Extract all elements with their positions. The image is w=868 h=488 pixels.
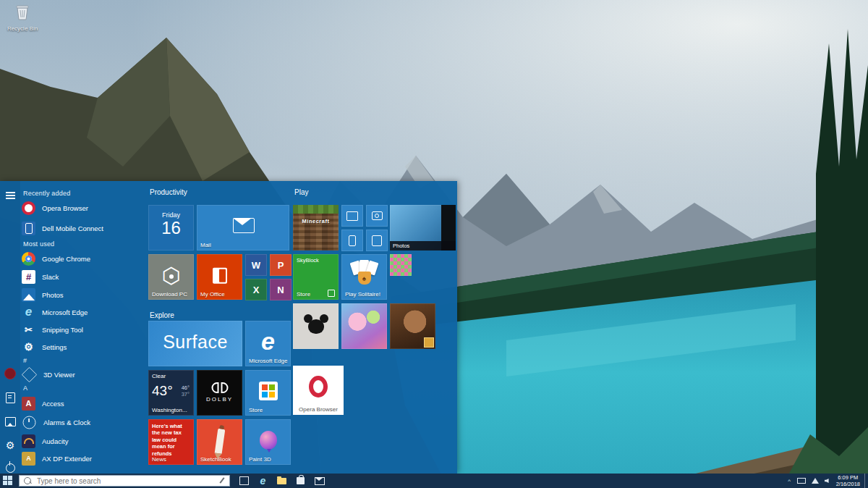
recycle-bin[interactable]: Recycle Bin xyxy=(6,4,39,32)
tile-game-fantasy[interactable] xyxy=(390,303,435,349)
section-recently-added: Recently added xyxy=(23,190,70,197)
group-title-explore[interactable]: Explore xyxy=(150,311,174,319)
system-tray: ^ 6:09 PM 2/16/2018 xyxy=(785,474,868,488)
taskbar-search[interactable] xyxy=(19,475,230,487)
power-icon xyxy=(6,463,15,473)
tile-surface[interactable]: Surface xyxy=(148,321,242,366)
app-item-3d-viewer[interactable]: 3D Viewer xyxy=(22,366,141,382)
tray-clock[interactable]: 6:09 PM 2/16/2018 xyxy=(832,474,864,488)
tile-onenote[interactable]: N xyxy=(270,279,292,300)
app-item-google-chrome[interactable]: Google Chrome xyxy=(22,251,141,266)
spade-glyph: ♠ xyxy=(362,274,366,282)
app-label: Photos xyxy=(42,291,64,299)
app-item-access[interactable]: A Access xyxy=(22,395,141,411)
hamburger-icon xyxy=(6,195,15,196)
pictures-button[interactable] xyxy=(0,411,20,432)
app-item-microsoft-edge[interactable]: e Microsoft Edge xyxy=(22,304,141,320)
store-icon xyxy=(259,382,278,400)
photos-icon xyxy=(22,288,35,302)
clock-icon xyxy=(23,416,36,429)
search-input[interactable] xyxy=(35,476,218,486)
tile-my-office[interactable]: My Office xyxy=(197,254,242,300)
wifi-icon[interactable] xyxy=(812,478,819,484)
tile-label: News xyxy=(152,456,166,463)
tile-movies[interactable] xyxy=(341,205,363,227)
camera-icon xyxy=(372,211,383,220)
tile-calendar[interactable]: Friday 16 xyxy=(148,205,194,251)
tile-powerpoint[interactable]: P xyxy=(270,254,292,276)
app-item-alarms-clock[interactable]: Alarms & Clock xyxy=(22,414,141,430)
tile-opera-browser[interactable]: Opera Browser xyxy=(293,366,344,415)
app-item-snipping-tool[interactable]: ✂ Snipping Tool xyxy=(22,321,141,337)
app-label: Dell Mobile Connect xyxy=(42,224,103,232)
pen-icon[interactable] xyxy=(218,477,226,484)
app-label: 3D Viewer xyxy=(43,371,75,379)
show-desktop-button[interactable] xyxy=(864,474,868,488)
tile-minecraft[interactable]: Minecraft xyxy=(293,205,339,251)
weather-low: 37° xyxy=(182,391,190,397)
store-bag-icon xyxy=(297,477,305,484)
app-item-ax-dp-extender[interactable]: A AX DP Extender xyxy=(22,450,141,466)
app-label: Google Chrome xyxy=(42,255,90,263)
documents-button[interactable] xyxy=(0,387,20,408)
tile-paint-3d[interactable]: Paint 3D xyxy=(245,419,291,465)
tile-pixel-game[interactable] xyxy=(390,254,412,276)
tile-game-cartoon[interactable] xyxy=(341,303,387,349)
tile-pad[interactable] xyxy=(366,230,388,251)
taskbar-edge-button[interactable]: e xyxy=(258,476,268,486)
recycle-bin-label: Recycle Bin xyxy=(6,25,39,32)
tile-store-promo[interactable]: SkyBlock Store xyxy=(293,254,339,300)
slack-icon: # xyxy=(22,270,35,284)
tile-photos-play[interactable]: Photos xyxy=(390,205,456,251)
section-hash[interactable]: # xyxy=(23,357,27,364)
tile-excel[interactable]: X xyxy=(245,279,267,300)
menu-hamburger-button[interactable] xyxy=(0,185,20,206)
tile-label: SketchBook xyxy=(200,456,231,463)
section-a[interactable]: A xyxy=(23,384,27,392)
file-explorer-button[interactable] xyxy=(276,476,287,486)
phone-icon xyxy=(22,222,35,235)
tile-camera[interactable] xyxy=(366,205,388,227)
app-item-slack[interactable]: # Slack xyxy=(22,269,141,285)
section-most-used: Most used xyxy=(23,240,54,248)
app-label: Access xyxy=(42,400,64,408)
tray-expand-button[interactable]: ^ xyxy=(785,478,794,484)
scissors-icon: ✂ xyxy=(22,323,35,337)
gear-icon: ⚙ xyxy=(6,440,15,450)
tile-mail[interactable]: Mail xyxy=(197,205,289,251)
battery-icon[interactable] xyxy=(797,478,806,484)
tile-weather[interactable]: Clear 43° 46° 37° Washington... xyxy=(148,370,194,416)
settings-button[interactable]: ⚙ xyxy=(0,435,20,455)
tile-game-mickey[interactable] xyxy=(293,303,339,349)
task-view-button[interactable] xyxy=(239,476,250,486)
store-button[interactable] xyxy=(295,476,306,486)
document-icon xyxy=(6,392,15,403)
volume-icon[interactable] xyxy=(825,479,829,483)
app-item-photos[interactable]: Photos xyxy=(22,287,141,303)
mail-button[interactable] xyxy=(314,476,325,486)
minecraft-logo: Minecraft xyxy=(293,218,339,224)
start-button[interactable] xyxy=(3,476,14,486)
recycle-bin-icon xyxy=(14,4,30,21)
app-item-opera-browser[interactable]: Opera Browser xyxy=(22,200,141,216)
group-title-play[interactable]: Play xyxy=(294,188,308,196)
tile-sketchbook[interactable]: SketchBook xyxy=(197,419,242,465)
tile-download-pc[interactable]: ⬡ Download PC xyxy=(148,254,194,300)
tile-store[interactable]: Store xyxy=(245,370,291,416)
tile-news[interactable]: Here's what the new tax law could mean f… xyxy=(148,419,194,465)
headphones-icon xyxy=(22,434,35,448)
access-icon: A xyxy=(22,397,35,411)
app-item-audacity[interactable]: Audacity xyxy=(22,433,141,449)
app-item-dell-mobile-connect[interactable]: Dell Mobile Connect xyxy=(22,220,141,236)
tile-word[interactable]: W xyxy=(245,254,267,276)
app-item-settings[interactable]: ⚙ Settings xyxy=(22,339,141,355)
user-account-button[interactable] xyxy=(0,363,20,384)
group-title-productivity[interactable]: Productivity xyxy=(150,188,187,196)
shield-icon: ♠ xyxy=(358,272,371,285)
tile-microsoft-edge[interactable]: e Microsoft Edge xyxy=(245,321,291,366)
tile-label: Microsoft Edge xyxy=(249,358,287,364)
tile-solitaire[interactable]: ♠ Play Solitaire! xyxy=(341,254,387,300)
excel-icon: X xyxy=(253,285,260,295)
tile-phone[interactable] xyxy=(341,230,363,251)
tile-dolby[interactable]: DOLBY xyxy=(197,370,242,416)
